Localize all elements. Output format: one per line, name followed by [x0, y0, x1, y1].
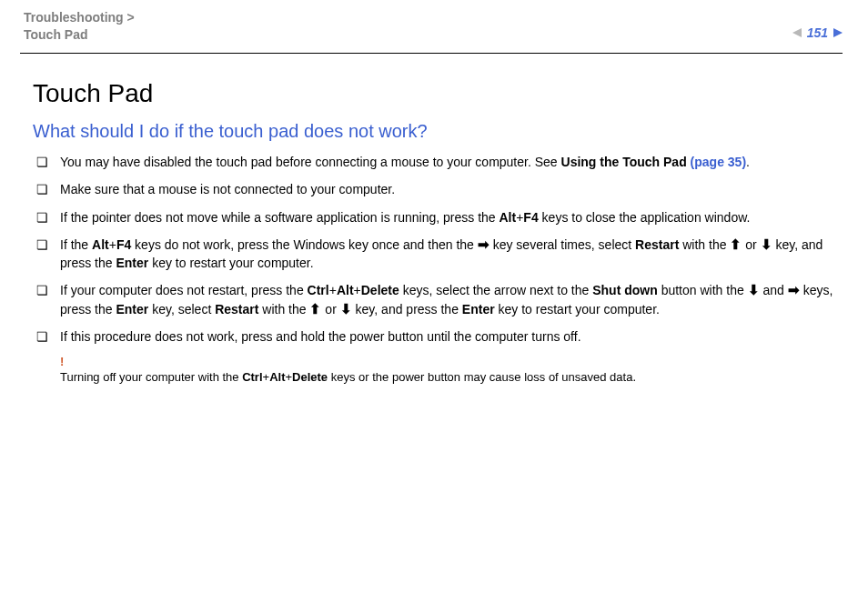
page-number-nav: 151 [792, 25, 843, 40]
text: key, and press the [352, 302, 462, 317]
bullet-list: You may have disabled the touch pad befo… [33, 153, 835, 346]
text: key several times, select [490, 237, 635, 252]
text: key to restart your computer. [495, 302, 660, 317]
key-label: Delete [292, 370, 328, 384]
bold-text: Restart [215, 302, 258, 317]
arrow-down-icon: ⬇ [340, 302, 352, 316]
text: keys or the power button may cause loss … [328, 370, 636, 384]
text: keys to close the application window. [539, 210, 751, 225]
text: If the [60, 237, 92, 252]
text: button with the [658, 283, 748, 297]
key-label: Alt [337, 283, 354, 297]
text: + [354, 283, 361, 297]
text: + [329, 283, 337, 297]
list-item: Make sure that a mouse is not connected … [36, 180, 835, 198]
list-item: If your computer does not restart, press… [36, 281, 835, 318]
next-page-arrow-icon[interactable] [833, 28, 843, 37]
text: + [285, 370, 292, 384]
breadcrumb-sep: > [124, 10, 135, 25]
arrow-down-icon: ⬇ [748, 283, 760, 296]
key-label: Enter [116, 302, 148, 317]
text: with the [679, 237, 730, 252]
text: and [760, 283, 788, 297]
breadcrumb-section[interactable]: Troubleshooting [24, 10, 124, 25]
text: + [109, 237, 116, 252]
key-label: Ctrl [242, 370, 262, 384]
page-header: Troubleshooting > Touch Pad 151 [20, 0, 843, 54]
text: + [263, 370, 270, 384]
key-label: Delete [361, 283, 399, 297]
bold-text: Restart [635, 237, 679, 252]
arrow-right-icon: ➡ [788, 283, 800, 296]
bold-text: Shut down [592, 283, 658, 297]
text: If the pointer does not move while a sof… [60, 210, 500, 225]
page-link[interactable]: (page 35) [691, 155, 746, 169]
text: Turning off your computer with the [60, 370, 242, 384]
document-page: Troubleshooting > Touch Pad 151 Touch Pa… [0, 0, 868, 613]
arrow-up-icon: ⬆ [730, 237, 742, 251]
text: . [746, 155, 750, 169]
text: key to restart your computer. [148, 256, 313, 270]
text: keys do not work, press the Windows key … [131, 237, 478, 252]
key-label: Alt [500, 210, 517, 225]
page-content: Touch Pad What should I do if the touch … [0, 54, 868, 384]
key-label: Enter [462, 302, 495, 317]
arrow-down-icon: ⬇ [761, 237, 772, 251]
text: You may have disabled the touch pad befo… [60, 155, 561, 169]
warning-icon: ! [60, 355, 835, 368]
text: If this procedure does not work, press a… [60, 329, 581, 344]
text: Make sure that a mouse is not connected … [60, 182, 395, 196]
bold-text: Using the Touch Pad [561, 155, 691, 169]
key-label: F4 [523, 210, 538, 225]
list-item: If this procedure does not work, press a… [36, 327, 835, 346]
arrow-right-icon: ➡ [478, 237, 490, 251]
key-label: Alt [92, 237, 109, 252]
key-label: Alt [269, 370, 285, 384]
breadcrumb-page[interactable]: Touch Pad [24, 27, 88, 42]
text: or [742, 237, 760, 252]
section-heading: What should I do if the touch pad does n… [33, 121, 835, 142]
list-item: If the pointer does not move while a sof… [36, 208, 835, 226]
warning-note: ! Turning off your computer with the Ctr… [60, 355, 835, 384]
key-label: F4 [116, 237, 131, 252]
text: or [321, 302, 339, 317]
page-number: 151 [807, 25, 828, 40]
text: with the [258, 302, 309, 317]
arrow-up-icon: ⬆ [309, 302, 321, 316]
key-label: Ctrl [308, 283, 329, 297]
text: key, select [148, 302, 215, 317]
page-title: Touch Pad [33, 79, 835, 108]
text: keys, select the arrow next to the [399, 283, 592, 297]
text: If your computer does not restart, press… [60, 283, 308, 297]
prev-page-arrow-icon[interactable] [792, 28, 802, 37]
breadcrumb: Troubleshooting > Touch Pad [24, 9, 135, 44]
list-item: You may have disabled the touch pad befo… [36, 153, 835, 171]
key-label: Enter [116, 256, 148, 270]
list-item: If the Alt+F4 keys do not work, press th… [36, 236, 835, 273]
